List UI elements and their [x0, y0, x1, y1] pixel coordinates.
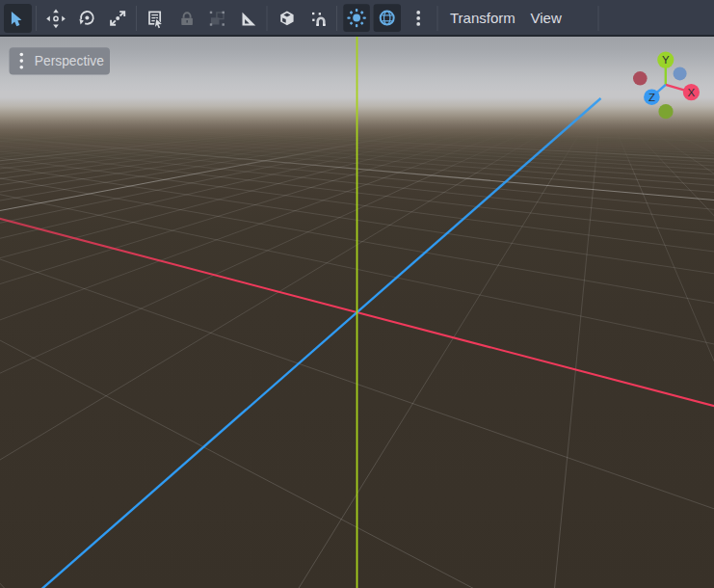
svg-text:Y: Y [662, 54, 670, 66]
svg-text:Perspective: Perspective [35, 54, 104, 68]
svg-text:Z: Z [648, 92, 655, 103]
svg-text:View: View [531, 10, 562, 26]
svg-text:Transform: Transform [450, 10, 516, 26]
svg-text:X: X [688, 87, 696, 98]
